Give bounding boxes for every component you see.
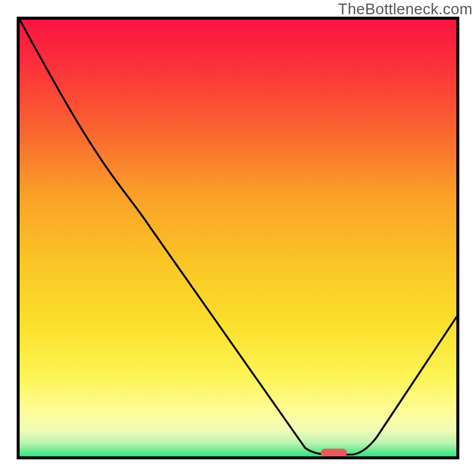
plot-svg bbox=[20, 20, 456, 456]
watermark-text: TheBottleneck.com bbox=[338, 0, 472, 18]
plot-frame bbox=[17, 17, 459, 459]
gradient-background bbox=[20, 20, 456, 456]
optimal-marker bbox=[321, 449, 347, 456]
